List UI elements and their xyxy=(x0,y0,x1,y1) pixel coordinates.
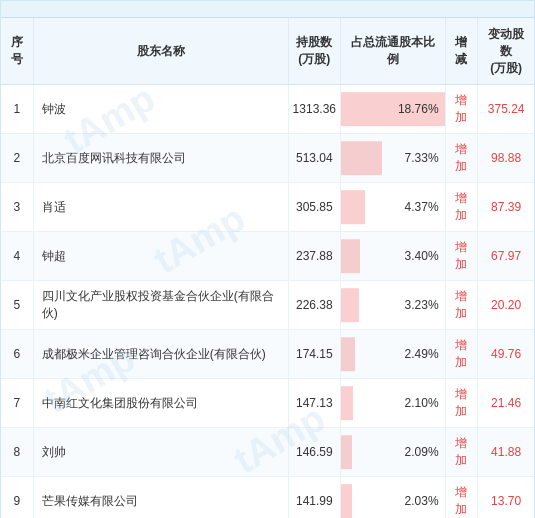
cell-name: 北京百度网讯科技有限公司 xyxy=(33,134,288,183)
cell-name: 四川文化产业股权投资基金合伙企业(有限合伙) xyxy=(33,281,288,330)
cell-change-type: 增加 xyxy=(445,183,478,232)
table-wrapper: tAmp tAmp tAmp tAmp 序号 股东名称 持股数(万股) 占总流通… xyxy=(1,18,534,518)
cell-change-shares: 98.88 xyxy=(478,134,534,183)
cell-ratio: 3.23% xyxy=(341,281,446,330)
cell-ratio: 2.09% xyxy=(341,428,446,477)
cell-change-type: 增加 xyxy=(445,134,478,183)
cell-ratio: 2.03% xyxy=(341,477,446,518)
table-row: 9 芒果传媒有限公司 141.99 2.03% 增加 13.70 xyxy=(1,477,534,518)
cell-ratio: 2.10% xyxy=(341,379,446,428)
table-row: 6 成都极米企业管理咨询合伙企业(有限合伙) 174.15 2.49% 增加 4… xyxy=(1,330,534,379)
cell-change-shares: 87.39 xyxy=(478,183,534,232)
table-row: 5 四川文化产业股权投资基金合伙企业(有限合伙) 226.38 3.23% 增加… xyxy=(1,281,534,330)
cell-name: 芒果传媒有限公司 xyxy=(33,477,288,518)
cell-change-shares: 49.76 xyxy=(478,330,534,379)
cell-shares: 305.85 xyxy=(288,183,340,232)
cell-index: 1 xyxy=(1,85,33,134)
table-row: 4 钟超 237.88 3.40% 增加 67.97 xyxy=(1,232,534,281)
cell-index: 2 xyxy=(1,134,33,183)
cell-change-shares: 20.20 xyxy=(478,281,534,330)
cell-change-type: 增加 xyxy=(445,428,478,477)
cell-name: 成都极米企业管理咨询合伙企业(有限合伙) xyxy=(33,330,288,379)
table-row: 2 北京百度网讯科技有限公司 513.04 7.33% 增加 98.88 xyxy=(1,134,534,183)
cell-name: 肖适 xyxy=(33,183,288,232)
cell-change-type: 增加 xyxy=(445,281,478,330)
cell-change-type: 增加 xyxy=(445,330,478,379)
table-row: 8 刘帅 146.59 2.09% 增加 41.88 xyxy=(1,428,534,477)
cell-name: 钟波 xyxy=(33,85,288,134)
table-title xyxy=(1,1,534,18)
cell-index: 5 xyxy=(1,281,33,330)
col-header-change-shares: 变动股数(万股) xyxy=(478,18,534,85)
col-header-name: 股东名称 xyxy=(33,18,288,85)
cell-change-shares: 41.88 xyxy=(478,428,534,477)
cell-index: 9 xyxy=(1,477,33,518)
cell-ratio: 18.76% xyxy=(341,85,446,134)
col-header-ratio: 占总流通股本比例 xyxy=(341,18,446,85)
cell-ratio: 3.40% xyxy=(341,232,446,281)
cell-shares: 147.13 xyxy=(288,379,340,428)
col-header-change-type: 增减 xyxy=(445,18,478,85)
cell-change-shares: 67.97 xyxy=(478,232,534,281)
shareholders-table: 序号 股东名称 持股数(万股) 占总流通股本比例 增减 变动股数(万股) 1 钟… xyxy=(1,18,534,518)
cell-shares: 226.38 xyxy=(288,281,340,330)
cell-name: 钟超 xyxy=(33,232,288,281)
cell-index: 6 xyxy=(1,330,33,379)
cell-ratio: 4.37% xyxy=(341,183,446,232)
cell-shares: 174.15 xyxy=(288,330,340,379)
cell-shares: 513.04 xyxy=(288,134,340,183)
cell-change-shares: 375.24 xyxy=(478,85,534,134)
cell-index: 4 xyxy=(1,232,33,281)
cell-ratio: 7.33% xyxy=(341,134,446,183)
cell-name: 刘帅 xyxy=(33,428,288,477)
cell-index: 3 xyxy=(1,183,33,232)
cell-change-type: 增加 xyxy=(445,379,478,428)
table-row: 3 肖适 305.85 4.37% 增加 87.39 xyxy=(1,183,534,232)
main-container: tAmp tAmp tAmp tAmp 序号 股东名称 持股数(万股) 占总流通… xyxy=(0,0,535,518)
cell-shares: 237.88 xyxy=(288,232,340,281)
cell-shares: 146.59 xyxy=(288,428,340,477)
cell-index: 7 xyxy=(1,379,33,428)
col-header-index: 序号 xyxy=(1,18,33,85)
table-header-row: 序号 股东名称 持股数(万股) 占总流通股本比例 增减 变动股数(万股) xyxy=(1,18,534,85)
cell-change-type: 增加 xyxy=(445,232,478,281)
cell-index: 8 xyxy=(1,428,33,477)
cell-shares: 141.99 xyxy=(288,477,340,518)
cell-name: 中南红文化集团股份有限公司 xyxy=(33,379,288,428)
cell-change-type: 增加 xyxy=(445,477,478,518)
cell-change-type: 增加 xyxy=(445,85,478,134)
table-row: 1 钟波 1313.36 18.76% 增加 375.24 xyxy=(1,85,534,134)
cell-change-shares: 13.70 xyxy=(478,477,534,518)
col-header-shares: 持股数(万股) xyxy=(288,18,340,85)
table-body: 1 钟波 1313.36 18.76% 增加 375.24 2 北京百度网讯科技… xyxy=(1,85,534,518)
table-row: 7 中南红文化集团股份有限公司 147.13 2.10% 增加 21.46 xyxy=(1,379,534,428)
cell-change-shares: 21.46 xyxy=(478,379,534,428)
cell-shares: 1313.36 xyxy=(288,85,340,134)
cell-ratio: 2.49% xyxy=(341,330,446,379)
